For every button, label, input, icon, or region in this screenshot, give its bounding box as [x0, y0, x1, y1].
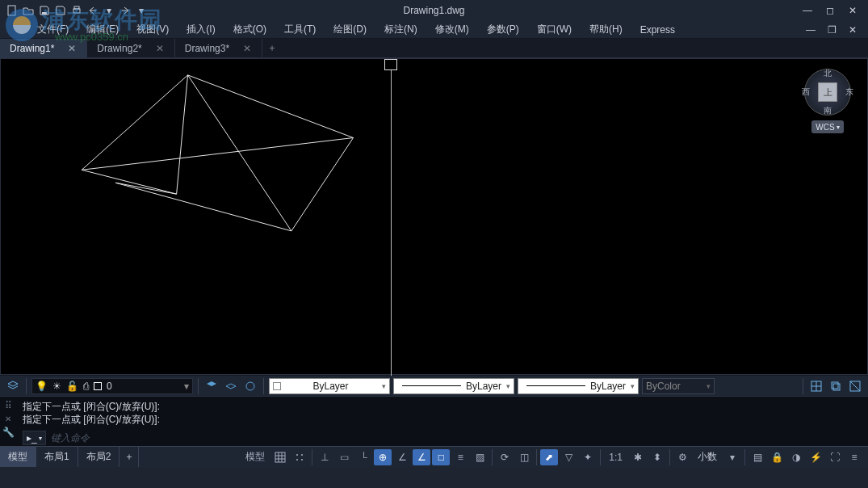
- wrench-icon[interactable]: 🔧: [2, 427, 15, 438]
- osnap-button[interactable]: □: [432, 449, 450, 465]
- selection-cycling-icon[interactable]: [828, 378, 844, 394]
- print-icon[interactable]: [69, 3, 84, 18]
- units-dropdown-icon[interactable]: ▾: [723, 449, 741, 465]
- divider: [536, 449, 537, 465]
- add-tab-button[interactable]: ＋: [262, 41, 282, 55]
- dynamic-ucs-button[interactable]: ⬈: [540, 449, 558, 465]
- svg-point-20: [301, 459, 303, 461]
- divider: [198, 378, 199, 394]
- command-prompt-icon[interactable]: ▸_▾: [23, 431, 46, 445]
- transparency-icon[interactable]: [847, 378, 863, 394]
- viewcube-top-face[interactable]: 上: [818, 82, 837, 102]
- maximize-button[interactable]: ◻: [823, 3, 837, 18]
- model-space-button[interactable]: 模型: [241, 449, 270, 465]
- lock-ui-button[interactable]: 🔒: [768, 449, 786, 465]
- dynamic-input-button[interactable]: ▭: [335, 449, 353, 465]
- layer-properties-icon[interactable]: [5, 378, 21, 394]
- annotation-scale-button[interactable]: 1:1: [604, 449, 627, 465]
- viewcube[interactable]: 上 北 南 西 东 WCS▾: [799, 69, 856, 133]
- lineweight-combo[interactable]: ByLayer ▾: [518, 378, 639, 394]
- tab-drawing3[interactable]: Drawing3* ✕: [175, 39, 262, 58]
- qa-dropdown-icon[interactable]: ▾: [102, 3, 116, 18]
- transparency-button[interactable]: ▨: [471, 449, 489, 465]
- tab-drawing2[interactable]: Drawing2* ✕: [87, 39, 174, 58]
- ortho-button[interactable]: └: [354, 449, 372, 465]
- osnap-tracking-button[interactable]: ∠: [413, 449, 430, 465]
- grid-icon[interactable]: [808, 378, 824, 394]
- close-button[interactable]: ✕: [845, 3, 860, 18]
- selection-filter-button[interactable]: ▽: [560, 449, 577, 465]
- color-combo[interactable]: ByLayer ▾: [269, 378, 390, 394]
- menu-dimension[interactable]: 标注(N): [376, 21, 426, 38]
- annotation-visibility-button[interactable]: ✱: [629, 449, 647, 465]
- 3dosnap-button[interactable]: ◫: [515, 449, 533, 465]
- menu-parametric[interactable]: 参数(P): [479, 21, 527, 38]
- mdi-minimize-button[interactable]: —: [803, 23, 818, 37]
- mdi-close-button[interactable]: ✕: [845, 23, 860, 37]
- svg-rect-3: [74, 6, 79, 9]
- layer-states-icon[interactable]: [203, 378, 220, 394]
- drawing-canvas[interactable]: 上 北 南 西 东 WCS▾: [0, 58, 868, 375]
- viewcube-north[interactable]: 北: [824, 68, 832, 79]
- mdi-restore-button[interactable]: ❐: [824, 23, 839, 37]
- command-body: 指定下一点或 [闭合(C)/放弃(U)]: 指定下一点或 [闭合(C)/放弃(U…: [16, 397, 868, 446]
- viewcube-south[interactable]: 南: [824, 105, 832, 116]
- grid-display-button[interactable]: [271, 449, 289, 465]
- save-as-icon[interactable]: [53, 3, 68, 18]
- layout-tab-layout1[interactable]: 布局1: [36, 447, 78, 467]
- hardware-accel-button[interactable]: ⚡: [807, 449, 824, 465]
- minimize-button[interactable]: —: [800, 3, 815, 18]
- linetype-combo[interactable]: ByLayer ▾: [393, 378, 514, 394]
- layout-tab-model[interactable]: 模型: [0, 447, 36, 467]
- layout-tab-add[interactable]: ＋: [120, 447, 139, 467]
- menu-draw[interactable]: 绘图(D): [325, 21, 375, 38]
- menu-express[interactable]: Express: [632, 23, 683, 37]
- close-icon[interactable]: ✕: [155, 44, 165, 53]
- workspace-switch-button[interactable]: ⚙: [673, 449, 691, 465]
- command-grip-icon[interactable]: ⠿: [5, 400, 12, 411]
- quick-properties-button[interactable]: ▤: [748, 449, 766, 465]
- menu-view[interactable]: 视图(V): [128, 21, 177, 38]
- divider: [263, 378, 264, 394]
- close-icon[interactable]: ✕: [242, 44, 252, 53]
- undo-icon[interactable]: [86, 3, 100, 18]
- command-input-row[interactable]: ▸_▾ 键入命令: [23, 431, 862, 445]
- selection-cycle-button[interactable]: ⟳: [496, 449, 514, 465]
- isometric-button[interactable]: ∠: [393, 449, 411, 465]
- clean-screen-button[interactable]: ⛶: [826, 449, 844, 465]
- command-history-line: 指定下一点或 [闭合(C)/放弃(U)]:: [23, 413, 862, 426]
- layer-previous-icon[interactable]: [223, 378, 239, 394]
- menu-insert[interactable]: 插入(I): [178, 21, 223, 38]
- autoscale-button[interactable]: ⬍: [648, 449, 666, 465]
- lineweight-display-button[interactable]: ≡: [451, 449, 469, 465]
- viewcube-ring[interactable]: 上 北 南 西 东: [804, 69, 851, 116]
- customization-button[interactable]: ≡: [845, 449, 863, 465]
- menu-edit[interactable]: 编辑(E): [78, 21, 127, 38]
- viewcube-west[interactable]: 西: [802, 86, 810, 98]
- close-icon[interactable]: ✕: [67, 44, 77, 53]
- menu-help[interactable]: 帮助(H): [581, 21, 631, 38]
- menu-tools[interactable]: 工具(T): [276, 21, 324, 38]
- polar-tracking-button[interactable]: ⊕: [374, 449, 392, 465]
- menu-format[interactable]: 格式(O): [225, 21, 275, 38]
- divider: [803, 378, 803, 394]
- redo-icon[interactable]: [118, 3, 132, 18]
- wcs-badge[interactable]: WCS▾: [811, 120, 844, 133]
- gizmo-button[interactable]: ✦: [579, 449, 597, 465]
- menu-window[interactable]: 窗口(W): [529, 21, 580, 38]
- command-history-line: 指定下一点或 [闭合(C)/放弃(U)]:: [23, 400, 862, 413]
- layout-tab-layout2[interactable]: 布局2: [78, 447, 120, 467]
- snap-mode-button[interactable]: [291, 449, 308, 465]
- plotstyle-combo[interactable]: ByColor ▾: [642, 378, 715, 394]
- infer-constraints-button[interactable]: ⊥: [316, 449, 333, 465]
- units-label[interactable]: 小数: [693, 450, 722, 464]
- menu-modify[interactable]: 修改(M): [427, 21, 477, 38]
- qa-more-icon[interactable]: ▾: [134, 3, 149, 18]
- viewcube-east[interactable]: 东: [845, 86, 853, 98]
- chevron-down-icon: ▾: [707, 382, 711, 390]
- command-close-icon[interactable]: ✕: [5, 414, 11, 423]
- layer-combo[interactable]: 💡 ☀ 🔓 ⎙ 0 ▾: [31, 378, 193, 394]
- layer-isolate-icon[interactable]: [242, 378, 258, 394]
- isolate-objects-button[interactable]: ◑: [787, 449, 805, 465]
- svg-point-5: [246, 382, 254, 390]
